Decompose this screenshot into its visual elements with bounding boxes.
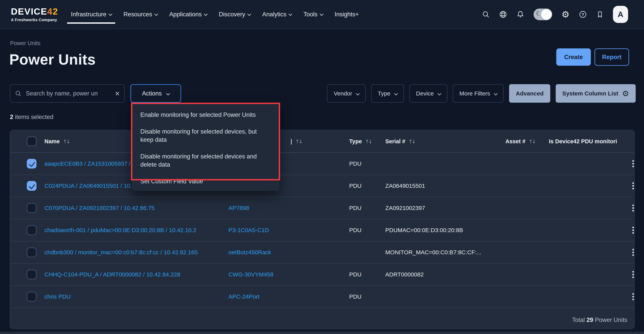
nav-item[interactable]: Analytics bbox=[262, 10, 292, 19]
column-header-serial[interactable]: Serial #↑↓ bbox=[385, 138, 415, 145]
actions-menu-item[interactable]: Disable monitoring for selected devices,… bbox=[140, 127, 261, 144]
row-name-link[interactable]: C070PDUA / ZA0921002397 / 10.42.86.75 bbox=[44, 205, 154, 211]
search-icon[interactable] bbox=[482, 11, 490, 18]
nav-item-label: Infrastructure bbox=[71, 11, 106, 18]
nav-item-label: Analytics bbox=[262, 11, 286, 18]
row-type: PDU bbox=[349, 293, 362, 300]
row-model-link[interactable]: AP7898 bbox=[228, 205, 249, 211]
logo-text: DEVICE42 bbox=[11, 7, 58, 16]
search-input[interactable] bbox=[26, 90, 111, 97]
page: DEVICE42 A Freshworks Company Infrastruc… bbox=[0, 0, 644, 334]
selected-summary: 2 items selected bbox=[10, 113, 54, 120]
clear-search-icon[interactable]: × bbox=[115, 90, 120, 97]
sort-icon[interactable]: ↑↓ bbox=[63, 138, 70, 144]
notifications-bell-icon[interactable] bbox=[516, 11, 524, 18]
toggle-knob bbox=[541, 9, 552, 20]
nav-item[interactable]: Infrastructure bbox=[70, 10, 112, 19]
column-header-asset[interactable]: Asset #↑↓ bbox=[506, 138, 535, 145]
row-model-link[interactable]: P3-1C0A5-C1D bbox=[228, 227, 269, 234]
actions-menu-item[interactable]: Set Custom Field Value bbox=[140, 177, 261, 186]
row-menu-kebab-icon[interactable] bbox=[630, 181, 635, 191]
bookmark-icon[interactable] bbox=[596, 11, 604, 18]
filter-label: More Filters bbox=[460, 90, 490, 97]
filter-dropdown[interactable]: More Filters bbox=[453, 84, 504, 103]
row-menu-kebab-icon[interactable] bbox=[630, 158, 635, 169]
filter-label: Vendor bbox=[334, 90, 352, 97]
device42-logo[interactable]: DEVICE42 A Freshworks Company bbox=[11, 7, 58, 22]
sort-icon[interactable]: ↑↓ bbox=[295, 138, 302, 144]
logo-tagline: A Freshworks Company bbox=[11, 18, 58, 22]
row-name-link[interactable]: chadsworth-001 / pduMac=00:0E:D3:00:20:8… bbox=[44, 227, 196, 234]
report-button[interactable]: Report bbox=[594, 48, 629, 66]
actions-dropdown-items: Enable monitoring for selected Power Uni… bbox=[140, 111, 271, 186]
row-model-link[interactable]: APC-24Port bbox=[228, 293, 260, 300]
filter-label: Device bbox=[416, 90, 434, 97]
nav-item[interactable]: Resources bbox=[123, 10, 158, 19]
row-checkbox[interactable] bbox=[27, 225, 36, 235]
create-button[interactable]: Create bbox=[556, 48, 591, 66]
nav-icons: ☾ ⚙ ? A bbox=[482, 6, 644, 23]
column-header-is-pdu-monitoring[interactable]: Is Device42 PDU monitori bbox=[549, 138, 617, 145]
sort-icon[interactable]: ↑↓ bbox=[408, 138, 415, 144]
sort-icon[interactable]: ↑↓ bbox=[528, 138, 535, 144]
column-header-type[interactable]: Type↑↓ bbox=[349, 138, 372, 145]
filters-bar: Vendor Type Device More Filters Advanced… bbox=[327, 84, 636, 103]
theme-toggle[interactable]: ☾ bbox=[534, 9, 552, 20]
advanced-button-label: Advanced bbox=[516, 90, 544, 97]
settings-gear-icon[interactable]: ⚙ bbox=[562, 11, 570, 18]
row-name-link[interactable]: chris PDU bbox=[44, 293, 71, 300]
row-menu-kebab-icon[interactable] bbox=[630, 247, 635, 258]
row-name-link[interactable]: CHHQ-C104-PDU_A / ADRT0000082 / 10.42.84… bbox=[44, 271, 180, 278]
row-menu-kebab-icon[interactable] bbox=[630, 269, 635, 280]
filter-label: Type bbox=[378, 90, 390, 97]
table-footer: Total 29 Power Units bbox=[10, 308, 634, 329]
row-checkbox[interactable] bbox=[27, 292, 36, 301]
row-checkbox[interactable] bbox=[27, 203, 36, 213]
chevron-down-icon bbox=[154, 12, 158, 16]
svg-text:?: ? bbox=[582, 12, 584, 17]
actions-menu-item[interactable]: Disable monitoring for selected devices … bbox=[140, 152, 261, 169]
row-model-link[interactable]: CWG-30VYM458 bbox=[228, 271, 274, 278]
row-serial: MONITOR_MAC=00:C0:B7:8C:CF:... bbox=[385, 249, 481, 256]
chevron-down-icon bbox=[288, 12, 292, 16]
language-globe-icon[interactable] bbox=[499, 10, 507, 19]
column-header-hidden-remnant[interactable]: |↑↓ bbox=[290, 138, 302, 145]
row-name-link[interactable]: chdbnb300 / monitor_mac=00:c0:b7:8c:cf:c… bbox=[44, 249, 198, 256]
page-title: Power Units bbox=[9, 51, 96, 68]
table-body: aaapcECE0B3 / ZA1531005937 / 1 PDU C024P… bbox=[10, 153, 634, 308]
filter-dropdown[interactable]: Vendor bbox=[327, 84, 366, 103]
nav-item[interactable]: Insights+ bbox=[334, 10, 359, 19]
nav-item[interactable]: Discovery bbox=[218, 10, 251, 19]
filter-dropdown[interactable]: Type bbox=[371, 84, 404, 103]
row-menu-kebab-icon[interactable] bbox=[630, 203, 635, 214]
breadcrumb: Power Units bbox=[10, 40, 40, 47]
advanced-button[interactable]: Advanced bbox=[509, 84, 550, 103]
bottom-edge-strip bbox=[0, 332, 644, 334]
filter-dropdown[interactable]: Device bbox=[409, 84, 448, 103]
row-checkbox[interactable] bbox=[27, 270, 36, 279]
actions-menu-item[interactable]: Enable monitoring for selected Power Uni… bbox=[140, 111, 261, 119]
search-input-icon bbox=[15, 90, 22, 97]
row-checkbox[interactable] bbox=[27, 247, 36, 257]
help-icon[interactable]: ? bbox=[579, 10, 587, 19]
row-checkbox[interactable] bbox=[27, 159, 36, 169]
actions-button[interactable]: Actions bbox=[130, 84, 181, 103]
nav-item[interactable]: Tools bbox=[303, 10, 323, 19]
row-type: PDU bbox=[349, 183, 362, 189]
row-checkbox[interactable] bbox=[27, 181, 36, 191]
row-menu-kebab-icon[interactable] bbox=[630, 225, 635, 236]
row-model-link[interactable]: netBotz450Rack bbox=[228, 249, 271, 256]
chevron-down-icon bbox=[247, 12, 251, 16]
row-menu-kebab-icon[interactable] bbox=[630, 291, 635, 302]
user-avatar[interactable]: A bbox=[613, 6, 628, 23]
column-header-name[interactable]: Name↑↓ bbox=[44, 138, 70, 145]
sort-icon[interactable]: ↑↓ bbox=[365, 138, 372, 144]
nav-item-label: Tools bbox=[303, 11, 317, 18]
system-column-list-button[interactable]: System Column List ⚙ bbox=[556, 84, 636, 103]
nav-item[interactable]: Applications bbox=[169, 10, 208, 19]
select-all-checkbox[interactable] bbox=[27, 136, 36, 146]
row-name-link[interactable]: aaapcECE0B3 / ZA1531005937 / 1 bbox=[44, 160, 136, 167]
table-row: chadsworth-001 / pduMac=00:0E:D3:00:20:8… bbox=[10, 219, 634, 241]
nav-item-label: Insights+ bbox=[334, 11, 359, 18]
row-name-link[interactable]: C024PDUA / ZA0649015501 / 10.4 bbox=[44, 183, 135, 189]
